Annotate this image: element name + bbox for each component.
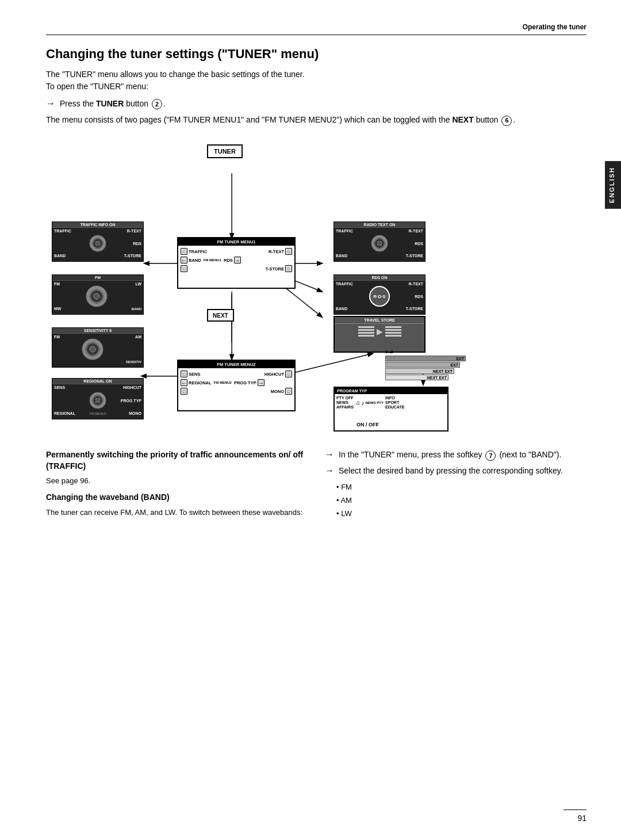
menu1-btn1: □ xyxy=(181,248,187,255)
menu2-arr-left: ← xyxy=(181,379,187,386)
menu1-arr-left: ← xyxy=(181,257,187,264)
ts-line4 xyxy=(358,335,374,337)
sens-center xyxy=(62,334,124,365)
band-list: FM AM LW xyxy=(325,480,586,521)
menu-desc: The menu consists of two pages ("FM TUNE… xyxy=(46,114,586,126)
menu1-tstore: T-STORE xyxy=(266,266,284,272)
news-label: NEWS PTY xyxy=(366,401,384,404)
vinyl-disc5 xyxy=(371,235,388,252)
prog-icons: ♫ ♪ NEWS PTY xyxy=(355,399,384,406)
menu1-arr-right: → xyxy=(234,257,241,264)
menu1-rtext: R-TEXT xyxy=(269,249,284,254)
fm-tuner-menu1-box: FM TUNER MENU1 □ TRAFFIC R-TEXT □ ← BAND… xyxy=(177,237,296,289)
menu2-btn4: □ xyxy=(285,388,292,395)
ts-arrow: ▶ xyxy=(377,327,383,336)
left-col: Permanently switching the priority of tr… xyxy=(46,449,308,522)
ts-line6 xyxy=(385,329,401,331)
rds-right: R-TEXT RDS T-STORE xyxy=(404,281,425,312)
menu2-progtyp: PROG TYP xyxy=(234,380,256,385)
ts-line7 xyxy=(385,332,401,334)
rds-screen: RDS ON TRAFFIC BAND R·D·S R-TEXT RDS T-S… xyxy=(334,274,425,315)
ext-row4: NEXTEXT xyxy=(385,375,448,380)
next-box: NEXT xyxy=(207,309,234,322)
ts-lines2 xyxy=(385,326,401,337)
menu1-btn4: □ xyxy=(285,265,292,272)
fm-right: LW BAND xyxy=(130,281,143,312)
fm-band-screen: FM FM MW LW BAND xyxy=(52,274,144,315)
arrow-symbol: → xyxy=(46,98,55,109)
regional-right: HIGHCUT PROG TYP MONO xyxy=(119,384,143,417)
page-container: ENGLISH Operating the tuner Changing the… xyxy=(0,0,621,840)
ts-line1 xyxy=(358,326,374,328)
regional-left: SENS REGIONAL xyxy=(52,384,77,417)
menu2-btn3: □ xyxy=(181,388,187,395)
travel-store-box: TRAVEL STORE ▶ xyxy=(334,316,425,353)
menu2-header: FM TUNER MENU2 xyxy=(178,361,294,368)
page-header: Operating the tuner xyxy=(46,23,586,35)
vinyl-disc3 xyxy=(82,338,103,360)
radio-text-screen: RADIO TEXT ON TRAFFIC BAND R-TEXT RDS T-… xyxy=(334,222,425,262)
traffic-header: TRAFFIC INFO ON xyxy=(52,222,143,228)
menu2-btn1: □ xyxy=(181,371,187,377)
menu2-highcut: HIGHCUT xyxy=(264,372,284,377)
next-label: NEXT xyxy=(213,312,228,319)
sens-header: SENSITIVITY 6 xyxy=(52,328,143,334)
menu1-btn3: □ xyxy=(181,265,187,272)
prog-labels: PTY OFF NEWS AFFAIRS xyxy=(336,396,354,409)
radio-center xyxy=(355,228,404,259)
ext-row1: EXT xyxy=(385,356,466,361)
vinyl-disc xyxy=(89,235,106,252)
fm-left: FM MW xyxy=(52,281,63,312)
traffic-right: R-TEXT RDS T-STORE xyxy=(122,228,143,259)
diagram-area: TUNER FM TUNER MENU1 □ TRAFFIC R-TEXT □ … xyxy=(46,136,586,436)
menu1-rds: RDS xyxy=(224,258,233,263)
program-type-box: PROGRAM TYP PTY OFF NEWS AFFAIRS ♫ ♪ NEW… xyxy=(334,387,448,432)
regional-header: REGIONAL ON xyxy=(52,379,143,384)
vinyl-disc4 xyxy=(89,392,106,409)
menu2-mono: MONO xyxy=(271,389,284,394)
tuner-box: TUNER xyxy=(207,144,243,158)
side-tab: ENGLISH xyxy=(605,161,621,209)
menu1-btn2: □ xyxy=(285,248,292,255)
menu1-band: BAND xyxy=(189,258,201,263)
ext-label-02: 0..2 xyxy=(385,349,466,354)
arrow-sym1: → xyxy=(325,449,334,460)
intro-text-1: The "TUNER" menu allows you to change th… xyxy=(46,68,586,93)
bullet-lw: LW xyxy=(336,507,586,520)
fm-center xyxy=(63,281,129,312)
bullet-am: AM xyxy=(336,494,586,507)
softkey-7: 7 xyxy=(485,450,496,461)
music-note-icon: ♫ xyxy=(355,399,360,406)
fm-tuner-menu2-box: FM TUNER MENU2 □ SENS HIGHCUT □ ← REGION… xyxy=(177,360,296,411)
button-num-6: 6 xyxy=(501,116,512,126)
menu2-btn2: □ xyxy=(285,371,292,377)
header-title: Operating the tuner xyxy=(523,23,586,31)
prog-header: PROGRAM TYP xyxy=(335,388,447,394)
music-note-icon2: ♪ xyxy=(361,399,365,406)
regional-screen: REGIONAL ON SENS REGIONAL FM MENU2 HIGHC… xyxy=(52,378,144,419)
menu2-arr-right: → xyxy=(258,379,264,386)
press-tuner-instruction: → Press the TUNER button 2. xyxy=(46,98,586,109)
rds-header: RDS ON xyxy=(334,275,425,281)
next-bold: NEXT xyxy=(452,115,473,124)
ext-row3: NEXTEXT xyxy=(385,368,454,374)
ext-boxes: EXT EXT NEXTEXT NEXTEXT xyxy=(385,356,466,380)
ts-line2 xyxy=(358,329,374,331)
radio-left: TRAFFIC BAND xyxy=(334,228,355,259)
menu1-header: FM TUNER MENU1 xyxy=(178,238,294,246)
ts-line8 xyxy=(385,335,401,337)
ts-line3 xyxy=(358,332,374,334)
right-arrow2: → Select the desired band by pressing th… xyxy=(325,465,586,476)
ext-area: 0..2 EXT EXT NEXTEXT NEXTEXT xyxy=(385,349,466,380)
page-number: 91 xyxy=(564,810,586,823)
menu2-regional: REGIONAL xyxy=(189,380,212,385)
rds-logo: R·D·S xyxy=(369,286,390,307)
traffic-info-screen: TRAFFIC INFO ON TRAFFIC BAND R-TEXT RDS … xyxy=(52,222,144,262)
travel-store-content: ▶ xyxy=(335,324,424,339)
prog-content: PTY OFF NEWS AFFAIRS ♫ ♪ NEWS PTY INFO S… xyxy=(335,394,447,411)
traffic-heading: Permanently switching the priority of tr… xyxy=(46,449,308,472)
radio-right: R-TEXT RDS T-STORE xyxy=(404,228,425,259)
tuner-label: TUNER xyxy=(214,148,236,155)
ext-row2: EXT xyxy=(385,362,460,368)
sensitivity-screen: SENSITIVITY 6 FM AM SENSITIV xyxy=(52,327,144,368)
